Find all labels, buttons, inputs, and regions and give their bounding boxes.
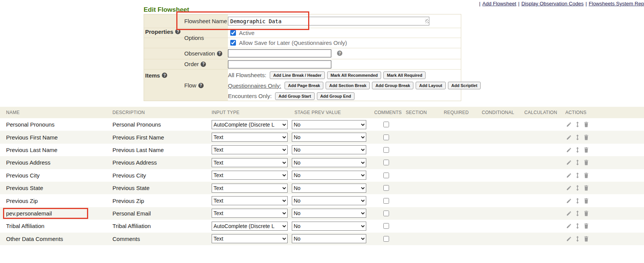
option-row: Active xyxy=(230,28,454,38)
help-icon[interactable]: ? xyxy=(162,73,167,78)
move-updown-icon[interactable] xyxy=(574,121,581,128)
delete-trash-icon[interactable] xyxy=(583,197,590,204)
input-type-select[interactable]: Text xyxy=(212,133,288,142)
input-type-select[interactable]: Text xyxy=(212,184,288,193)
option-checkbox-1[interactable] xyxy=(230,40,236,46)
comments-checkbox[interactable] xyxy=(383,160,389,165)
stage-prev-value-select[interactable]: No xyxy=(292,145,366,154)
row-conditional xyxy=(482,169,522,182)
order-input[interactable] xyxy=(228,60,331,68)
row-description: Previous City xyxy=(112,169,208,182)
help-icon[interactable]: ? xyxy=(198,83,204,88)
row-name: Previous State xyxy=(6,182,109,194)
delete-trash-icon[interactable] xyxy=(583,146,590,153)
edit-pencil-icon[interactable] xyxy=(565,197,572,204)
move-updown-icon[interactable] xyxy=(574,185,581,192)
delete-trash-icon[interactable] xyxy=(583,223,590,230)
stage-prev-value-select[interactable]: No xyxy=(292,171,366,180)
move-updown-icon[interactable] xyxy=(574,159,581,166)
resize-grip-icon[interactable] xyxy=(425,19,429,23)
input-type-select[interactable]: Text xyxy=(212,196,288,205)
input-type-select[interactable]: Text xyxy=(212,209,288,218)
stage-prev-value-select[interactable]: No xyxy=(292,133,366,142)
edit-pencil-icon[interactable] xyxy=(565,146,572,153)
flow-button-add-page-break[interactable]: Add Page Break xyxy=(285,82,323,89)
column-header-calculation: CALCULATION xyxy=(524,107,563,118)
stage-prev-value-select[interactable]: No xyxy=(292,234,366,243)
delete-trash-icon[interactable] xyxy=(583,172,590,179)
flow-button-add-line-break-header[interactable]: Add Line Break / Header xyxy=(270,71,325,79)
edit-pencil-icon[interactable] xyxy=(565,134,572,141)
input-type-select[interactable]: AutoComplete (Discrete L xyxy=(212,222,288,231)
stage-prev-value-select[interactable]: No xyxy=(292,120,366,129)
edit-pencil-icon[interactable] xyxy=(565,223,572,230)
row-description: Tribal Affiliation xyxy=(112,220,208,232)
comments-checkbox[interactable] xyxy=(383,198,389,204)
move-updown-icon[interactable] xyxy=(574,146,581,153)
flow-button-mark-all-recommended[interactable]: Mark All Recommended xyxy=(327,71,381,79)
edit-pencil-icon[interactable] xyxy=(565,210,572,217)
input-type-select[interactable]: Text xyxy=(212,145,288,154)
input-type-select[interactable]: Text xyxy=(212,158,288,167)
top-nav-link-0[interactable]: Add Flowsheet xyxy=(483,1,516,6)
flow-group-label[interactable]: Questionnaires Only: xyxy=(228,82,281,89)
flow-groups: All Flowsheets:Add Line Break / HeaderMa… xyxy=(228,70,460,101)
delete-trash-icon[interactable] xyxy=(583,185,590,192)
help-icon[interactable]: ? xyxy=(337,51,342,56)
comments-checkbox[interactable] xyxy=(383,122,389,127)
comments-checkbox[interactable] xyxy=(383,223,389,229)
row-actions xyxy=(565,131,600,143)
flow-button-add-group-end[interactable]: Add Group End xyxy=(317,92,354,100)
stage-prev-value-select[interactable]: No xyxy=(292,196,366,205)
edit-pencil-icon[interactable] xyxy=(565,235,572,242)
edit-pencil-icon[interactable] xyxy=(565,172,572,179)
stage-prev-value-select[interactable]: No xyxy=(292,209,366,218)
option-checkbox-0[interactable] xyxy=(230,30,236,36)
comments-checkbox[interactable] xyxy=(383,147,389,153)
stage-prev-value-select[interactable]: No xyxy=(292,158,366,167)
table-body: Personal PronounsPersonal PronounsAutoCo… xyxy=(0,118,644,263)
flowsheet-name-input[interactable] xyxy=(228,17,429,25)
comments-checkbox[interactable] xyxy=(383,135,389,140)
help-icon[interactable]: ? xyxy=(217,51,222,56)
input-type-select[interactable]: Text xyxy=(212,171,288,180)
flow-button-add-layout[interactable]: Add Layout xyxy=(416,82,446,89)
delete-trash-icon[interactable] xyxy=(583,210,590,217)
move-updown-icon[interactable] xyxy=(574,210,581,217)
row-conditional xyxy=(482,144,522,156)
move-updown-icon[interactable] xyxy=(574,134,581,141)
help-icon[interactable]: ? xyxy=(175,29,180,34)
comments-checkbox[interactable] xyxy=(383,173,389,178)
move-updown-icon[interactable] xyxy=(574,223,581,230)
flow-button-add-section-break[interactable]: Add Section Break xyxy=(326,82,370,89)
stage-prev-value-select[interactable]: No xyxy=(292,184,366,193)
row-conditional xyxy=(482,131,522,143)
edit-pencil-icon[interactable] xyxy=(565,121,572,128)
edit-pencil-icon[interactable] xyxy=(565,159,572,166)
input-type-select[interactable]: Text xyxy=(212,234,288,243)
comments-checkbox[interactable] xyxy=(383,211,389,216)
top-nav-link-1[interactable]: Display Observation Codes xyxy=(521,1,584,6)
delete-trash-icon[interactable] xyxy=(583,159,590,166)
flow-button-add-group-break[interactable]: Add Group Break xyxy=(372,82,413,89)
input-type-select[interactable]: AutoComplete (Discrete L xyxy=(212,120,288,129)
row-name: Other Data Comments xyxy=(6,233,109,245)
move-updown-icon[interactable] xyxy=(574,197,581,204)
move-updown-icon[interactable] xyxy=(574,235,581,242)
row-section xyxy=(406,156,441,169)
flow-button-mark-all-required[interactable]: Mark All Required xyxy=(383,71,426,79)
comments-checkbox[interactable] xyxy=(383,185,389,191)
delete-trash-icon[interactable] xyxy=(583,121,590,128)
items-group-label: Items ? xyxy=(145,72,167,79)
help-icon[interactable]: ? xyxy=(201,62,206,67)
delete-trash-icon[interactable] xyxy=(583,134,590,141)
top-nav-link-2[interactable]: Flowsheets System Rep xyxy=(589,1,644,6)
observation-input[interactable] xyxy=(228,49,331,57)
move-updown-icon[interactable] xyxy=(574,172,581,179)
stage-prev-value-select[interactable]: No xyxy=(292,222,366,231)
edit-pencil-icon[interactable] xyxy=(565,185,572,192)
delete-trash-icon[interactable] xyxy=(583,235,590,242)
flow-button-add-group-start[interactable]: Add Group Start xyxy=(275,92,315,100)
comments-checkbox[interactable] xyxy=(383,236,389,242)
flow-button-add-scriptlet[interactable]: Add Scriptlet xyxy=(448,82,481,89)
